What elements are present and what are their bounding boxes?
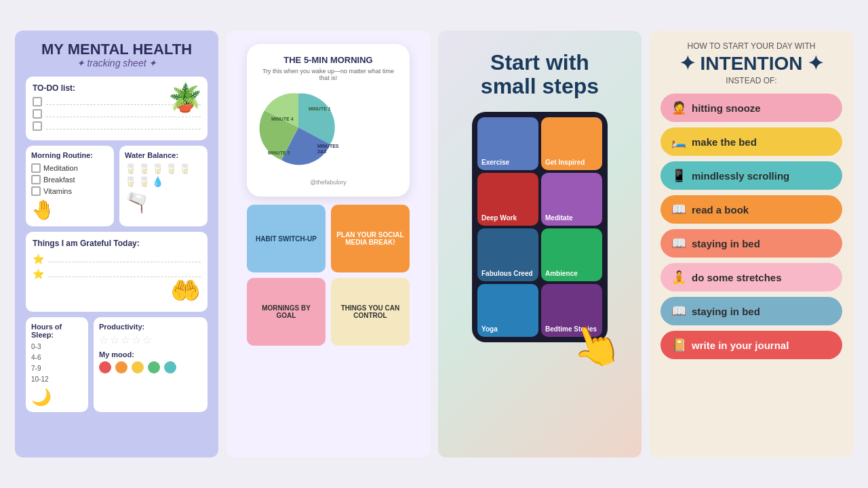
mood-dot-4[interactable] — [148, 361, 160, 373]
grateful-section: Things I am Grateful Today: ⭐ ⭐ 🤲 — [26, 232, 208, 312]
app-meditate[interactable]: Meditate — [541, 173, 602, 226]
btn-hitting-snooze[interactable]: 🤦 hitting snooze — [660, 94, 842, 122]
intention-title: ✦ INTENTION ✦ — [660, 52, 842, 75]
app-fabulous-creed[interactable]: Fabulous Creed — [477, 228, 538, 281]
prod-star-1: ☆ — [99, 333, 108, 346]
star-icon-1: ⭐ — [33, 253, 44, 264]
morning-routine-section: Morning Routine: Meditation Breakfast Vi… — [26, 146, 114, 226]
stretch-icon: 🧘 — [671, 270, 686, 285]
card1-header: MY MENTAL HEALTH ✦ tracking sheet ✦ — [26, 41, 208, 68]
bed2-icon: 📖 — [671, 236, 686, 251]
read-book-label: read a book — [692, 204, 749, 216]
card3-title-line1: Start with small steps — [481, 51, 599, 98]
app-yoga[interactable]: Yoga — [477, 284, 538, 337]
btn-stretches[interactable]: 🧘 do some stretches — [660, 263, 842, 291]
card-mental-health: MY MENTAL HEALTH ✦ tracking sheet ✦ TO-D… — [15, 30, 218, 458]
grid-things-control: THINGS YOU CAN CONTROL — [331, 278, 410, 346]
mood-dot-2[interactable] — [115, 361, 127, 373]
water-cup-3: 🥛 — [152, 163, 163, 174]
prod-star-5: ☆ — [142, 333, 152, 346]
water-cup-4: 🥛 — [165, 163, 177, 174]
mood-dot-5[interactable] — [164, 361, 176, 373]
sleep-section: Hours of Sleep: 0-34-67-910-12 🌙 — [26, 317, 88, 412]
book-icon: 📖 — [671, 202, 686, 217]
btn-read-book[interactable]: 📖 read a book — [660, 195, 842, 224]
app-deep-work[interactable]: Deep Work — [477, 173, 538, 226]
app-exercise[interactable]: Exercise — [477, 117, 538, 170]
phone-mockup-top: THE 5-MIN MORNING Try this when you wake… — [247, 44, 410, 197]
water-bottle-icon: 🫗 — [125, 191, 202, 214]
grid-mornings-goal: MORNINGS BY GOAL — [247, 278, 326, 346]
btn-staying-in-bed-1[interactable]: 📖 staying in bed — [660, 229, 842, 258]
btn-make-bed[interactable]: 🛏️ make the bed — [660, 127, 842, 156]
grateful-input-2 — [48, 270, 201, 277]
watering-can-icon: 🪴 — [168, 82, 202, 114]
btn-staying-in-bed-2[interactable]: 📖 staying in bed — [660, 297, 842, 325]
mood-dots — [99, 361, 202, 373]
card2-grid: HABIT SWITCH-UP PLAN YOUR SOCIAL MEDIA B… — [247, 205, 410, 346]
bed-icon: 🛏️ — [671, 134, 686, 149]
mood-dot-3[interactable] — [132, 361, 144, 373]
todo-checkbox-2[interactable] — [33, 109, 42, 119]
app-get-inspired[interactable]: Get Inspired — [541, 117, 602, 170]
card-small-steps: Start with small steps Exercise Get Insp… — [438, 30, 642, 458]
grateful-line-1: ⭐ — [33, 253, 201, 264]
todo-checkbox-3[interactable] — [33, 121, 42, 131]
prod-star-3: ☆ — [121, 333, 130, 346]
btn-mindless-scrolling[interactable]: 📱 mindlessly scrolling — [660, 161, 842, 190]
productivity-stars: ☆ ☆ ☆ ☆ ☆ — [99, 333, 202, 346]
meditation-checkbox[interactable] — [31, 163, 41, 173]
routine-vitamins: Vitamins — [31, 186, 108, 196]
hand-icon: 🤚 — [31, 199, 108, 221]
watermark: @thefabulory — [258, 179, 399, 186]
prod-star-4: ☆ — [132, 333, 141, 346]
staying-bed-2-label: staying in bed — [692, 306, 760, 317]
gallery: MY MENTAL HEALTH ✦ tracking sheet ✦ TO-D… — [0, 0, 868, 488]
prod-star-2: ☆ — [110, 333, 119, 346]
book2-icon: 📖 — [671, 304, 686, 319]
snooze-icon: 🤦 — [671, 100, 686, 115]
phone-wrapper: Exercise Get Inspired Deep Work Meditate… — [472, 112, 608, 342]
app-ambience[interactable]: Ambience — [541, 228, 602, 281]
mood-label: My mood: — [99, 350, 202, 359]
scrolling-label: mindlessly scrolling — [692, 170, 789, 182]
breakfast-checkbox[interactable] — [31, 175, 41, 184]
pie-label-4: MINUTE 4 — [271, 117, 294, 121]
routine-meditation: Meditation — [31, 163, 108, 173]
water-cups-grid: 🥛 🥛 🥛 🥛 🥛 🥛 🥛 💧 — [125, 163, 202, 187]
grid-habit-switchup: HABIT SWITCH-UP — [247, 205, 326, 272]
grateful-label: Things I am Grateful Today: — [33, 239, 201, 248]
journal-icon: 📔 — [671, 338, 686, 352]
water-cup-2: 🥛 — [138, 163, 150, 174]
breakfast-label: Breakfast — [43, 176, 75, 184]
water-cup-5: 🥛 — [179, 163, 191, 174]
meditation-label: Meditation — [43, 164, 78, 172]
todo-line-3 — [46, 123, 201, 129]
star-icon-2: ⭐ — [33, 268, 44, 279]
phone-scroll-icon: 📱 — [671, 168, 686, 183]
productivity-label: Productivity: — [99, 323, 202, 331]
pie-chart: MINUTE 1 MINUTES 2&3 MINUTE 5 MINUTE 4 — [258, 87, 339, 168]
btn-write-journal[interactable]: 📔 write in your journal — [660, 331, 842, 359]
card-intention: HOW TO START YOUR DAY WITH ✦ INTENTION ✦… — [650, 30, 853, 458]
mood-dot-1[interactable] — [99, 361, 111, 373]
how-to-label: HOW TO START YOUR DAY WITH — [660, 41, 842, 51]
make-bed-label: make the bed — [692, 136, 757, 148]
grid-social-media: PLAN YOUR SOCIAL MEDIA BREAK! — [331, 205, 410, 272]
stretch-label: do some stretches — [692, 272, 782, 283]
todo-checkbox-1[interactable] — [33, 97, 42, 106]
snooze-label: hitting snooze — [692, 102, 761, 114]
pie-label-1: MINUTE 1 — [309, 106, 331, 111]
todo-section: TO-DO list: 🪴 — [26, 77, 208, 140]
app-grid: Exercise Get Inspired Deep Work Meditate… — [472, 112, 608, 342]
morning-label: Morning Routine: — [31, 151, 108, 159]
instead-label: INSTEAD OF: — [660, 76, 842, 85]
grateful-input-1 — [48, 256, 201, 262]
grateful-hands-icon: 🤲 — [170, 277, 201, 305]
water-cup-6: 🥛 — [125, 176, 136, 187]
card1-subtitle: ✦ tracking sheet ✦ — [26, 58, 208, 68]
todo-item-3 — [33, 121, 201, 131]
vitamins-checkbox[interactable] — [31, 186, 41, 196]
water-label: Water Balance: — [125, 151, 202, 159]
routine-water-row: Morning Routine: Meditation Breakfast Vi… — [26, 146, 208, 226]
